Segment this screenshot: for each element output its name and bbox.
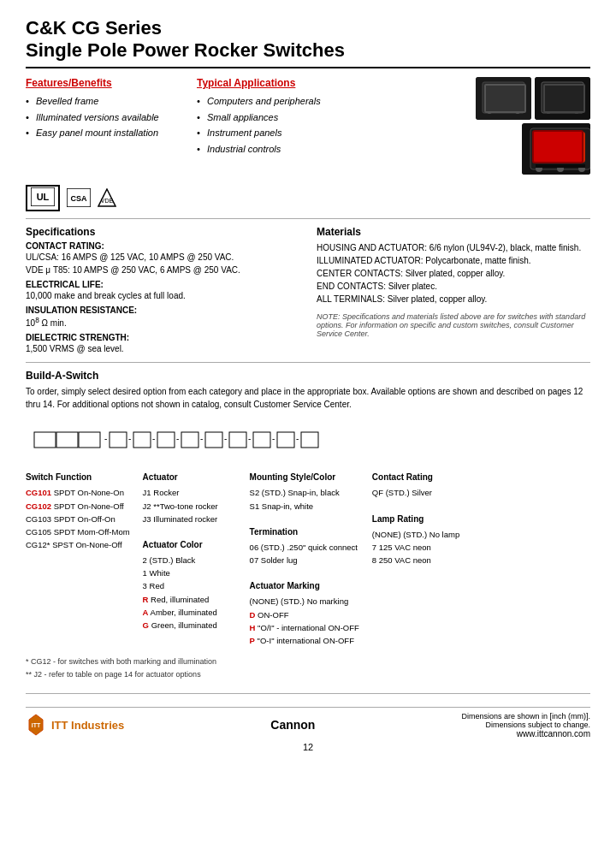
footer-right-info: Dimensions are shown in [inch (mm)].Dime… [461,712,590,738]
sf-item-2: CG103 SPDT On-Off-On [26,513,130,525]
contact-rating-label: CONTACT RATING: [26,241,299,251]
actuator-title: Actuator [143,471,237,484]
applications-column: Typical Applications Computers and perip… [197,77,368,175]
dielectric-label: DIELECTRIC STRENGTH: [26,333,299,342]
footer-center-text: Cannon [270,718,315,732]
page-header: C&K CG Series Single Pole Power Rocker S… [26,17,590,68]
contact-rating-text: UL/CSA: 16 AMPS @ 125 VAC, 10 AMPS @ 250… [26,251,299,276]
features-column: Features/Benefits Bevelled frame Illumin… [26,77,197,175]
footer-disclaimer: Dimensions are shown in [inch (mm)].Dime… [461,712,590,729]
footnotes: * CG12 - for switches with both marking … [26,655,590,680]
insulation-text: 108 Ω min. [26,315,299,329]
page-title: C&K CG Series Single Pole Power Rocker S… [26,17,590,62]
product-image-1 [476,77,531,120]
svg-text:-: - [152,434,155,443]
svg-text:-: - [248,434,251,443]
list-item: Computers and peripherals [197,93,368,110]
lr-item-1: 7 125 VAC neon [372,541,466,554]
svg-text:-: - [200,434,203,443]
build-header: Build-A-Switch [26,370,590,382]
svg-text:-: - [104,434,107,443]
footnote-1: * CG12 - for switches with both marking … [26,655,590,667]
ul-cert: UL [26,185,60,211]
certifications: UL CSA VDE [26,185,590,211]
materials-housing: HOUSING AND ACTUATOR: 6/6 nylon (UL94V-2… [317,241,590,254]
list-item: Bevelled frame [26,93,197,110]
lr-item-0: (NONE) (STD.) No lamp [372,528,466,541]
svg-rect-2 [488,86,519,108]
dielectric-text: 1,500 VRMS @ sea level. [26,342,299,355]
svg-text:VDE: VDE [101,198,114,204]
cr-item-0: QF (STD.) Silver [372,486,466,499]
part-number-diagram: - - - - - - - - - [26,419,590,462]
ac-item-4: A Amber, illuminated [143,606,237,619]
sf-item-4: CG12* SPST On-None-Off [26,538,130,551]
options-grid: Switch Function CG101 SPDT On-None-On CG… [26,471,590,647]
svg-rect-34 [181,432,198,448]
specifications-column: Specifications CONTACT RATING: UL/CSA: 1… [26,226,299,355]
specs-header: Specifications [26,226,299,238]
termination-title: Termination [250,525,359,539]
svg-text:CSA: CSA [70,194,87,203]
materials-note: NOTE: Specifications and materials liste… [317,312,590,338]
electrical-life-label: ELECTRICAL LIFE: [26,280,299,289]
materials-column: Materials HOUSING AND ACTUATOR: 6/6 nylo… [317,226,590,355]
am-item-3: P "O-I" international ON-OFF [250,634,359,647]
mounting-group: Mounting Style/Color S2 (STD.) Snap-in, … [250,471,359,647]
csa-cert: CSA [67,188,91,209]
sf-item-0: CG101 SPDT On-None-On [26,486,130,499]
svg-rect-38 [229,432,246,448]
svg-text:ITT: ITT [32,722,41,728]
footnote-2: ** J2 - refer to table on page 14 for ac… [26,668,590,680]
materials-end-contacts: END CONTACTS: Silver platec. [317,280,590,293]
switch-function-group: Switch Function CG101 SPDT On-None-On CG… [26,471,130,647]
list-item: Instrument panels [197,125,368,141]
switch-function-title: Switch Function [26,471,130,484]
sf-item-3: CG105 SPDT Mom-Off-Mom [26,525,130,538]
svg-rect-28 [110,432,127,448]
svg-rect-24 [34,432,56,448]
svg-rect-13 [541,135,558,159]
am-item-0: (NONE) (STD.) No marking [250,595,359,608]
ac-item-0: 2 (STD.) Black [143,554,237,566]
am-item-2: H "O/I" - international ON-OFF [250,621,359,634]
svg-point-3 [487,109,492,114]
ms-item-1: S1 Snap-in, white [250,500,359,513]
features-list: Bevelled frame Illuminated versions avai… [26,93,197,141]
insulation-label: INSULATION RESISTANCE: [26,305,299,315]
electrical-life-text: 10,000 make and break cycles at full loa… [26,289,299,302]
materials-terminals: ALL TERMINALS: Silver plated, copper all… [317,293,590,305]
svg-rect-26 [79,432,100,448]
svg-point-8 [546,109,551,114]
ms-item-0: S2 (STD.) Snap-in, black [250,486,359,499]
footer-website: www.ittcannon.com [461,729,590,738]
lr-item-2: 8 250 VAC neon [372,554,466,566]
svg-text:-: - [296,434,299,443]
act-item-1: J2 **Two-tone rocker [143,500,237,513]
term-item-0: 06 (STD.) .250" quick connect [250,541,359,554]
svg-rect-11 [530,128,590,169]
svg-rect-17 [536,164,585,168]
svg-rect-32 [157,432,175,448]
svg-rect-6 [542,82,583,113]
list-item: Small appliances [197,110,368,126]
actuator-group: Actuator J1 Rocker J2 **Two-tone rocker … [143,471,237,647]
svg-point-9 [574,109,579,114]
actuator-color-title: Actuator Color [143,538,237,552]
ac-item-2: 3 Red [143,579,237,592]
page-number: 12 [26,742,590,752]
svg-rect-30 [133,432,151,448]
product-image-3 [522,123,590,175]
ac-item-1: 1 White [143,566,237,579]
build-a-switch-section: Build-A-Switch To order, simply select d… [26,370,590,680]
list-item: Illuminated versions available [26,110,197,126]
svg-rect-42 [277,432,294,448]
build-description: To order, simply select desired option f… [26,385,590,411]
product-image-2 [535,77,590,120]
specs-materials-section: Specifications CONTACT RATING: UL/CSA: 1… [26,226,590,355]
svg-text:-: - [128,434,131,443]
lamp-rating-title: Lamp Rating [372,513,466,526]
contact-lamp-group: Contact Rating QF (STD.) Silver Lamp Rat… [372,471,466,647]
list-item: Industrial controls [197,141,368,157]
features-header: Features/Benefits [26,77,197,89]
